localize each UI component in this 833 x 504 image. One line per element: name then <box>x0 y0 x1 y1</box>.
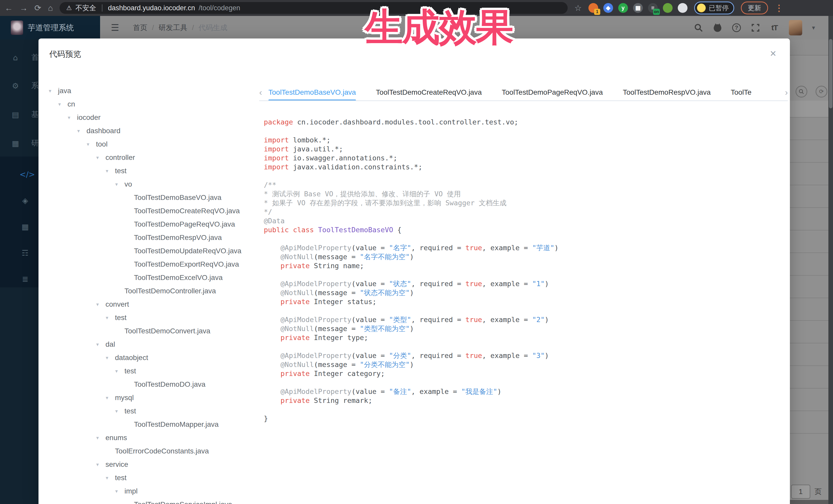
tree-file[interactable]: ToolTestDemoBaseVO.java <box>49 191 257 204</box>
tree-label: mysql <box>115 394 134 402</box>
tree-folder[interactable]: ▾test <box>49 404 257 418</box>
sidebar-subitem-5[interactable]: ≣数 <box>0 274 39 284</box>
caret-down-icon: ▾ <box>77 128 87 134</box>
tree-folder[interactable]: ▾convert <box>49 298 257 311</box>
tree-label: ToolTestDemoMapper.java <box>134 421 219 429</box>
app-logo-block[interactable]: 芋道管理系统 <box>0 16 100 40</box>
ext-list-icon[interactable]: ≡on <box>648 3 658 13</box>
tree-label: test <box>115 314 126 322</box>
tree-file[interactable]: ToolTestDemoUpdateReqVO.java <box>49 244 257 258</box>
tree-folder[interactable]: ▾test <box>49 471 257 484</box>
tree-folder[interactable]: ▾cn <box>49 97 257 111</box>
avatar-caret-icon[interactable]: ▾ <box>812 24 815 31</box>
file-tab-3[interactable]: ToolTestDemoPageReqVO.java <box>502 84 603 100</box>
tree-file[interactable]: ToolTestDemoController.java <box>49 284 257 298</box>
file-tab-5[interactable]: ToolTe <box>731 84 752 100</box>
code-line: @NotNull(message = "状态不能为空") <box>264 288 782 297</box>
tree-file[interactable]: ToolTestDemoPageReqVO.java <box>49 218 257 231</box>
sidebar-subitem-4[interactable]: ☶系 <box>0 248 39 258</box>
tabs-scroll-left-icon[interactable]: ‹ <box>259 87 268 97</box>
ext-puzzle-icon[interactable] <box>678 3 688 13</box>
sidebar-toggle-icon[interactable]: ☰ <box>111 22 119 33</box>
security-label[interactable]: 不安全 <box>75 3 96 13</box>
ext-orange-icon[interactable]: 1 <box>589 3 598 13</box>
tree-folder[interactable]: ▾mysql <box>49 391 257 404</box>
refresh-circle-button[interactable]: ⟳ <box>815 86 827 97</box>
scrollbar-thumb[interactable] <box>829 39 832 108</box>
file-tab-1[interactable]: ToolTestDemoBaseVO.java <box>268 84 356 100</box>
reload-icon[interactable]: ⟳ <box>34 4 41 12</box>
fullscreen-icon[interactable] <box>751 23 760 32</box>
tree-folder[interactable]: ▾vo <box>49 177 257 191</box>
tree-label: ToolTestDemoController.java <box>124 287 216 295</box>
table-row-line <box>790 185 833 185</box>
tree-folder[interactable]: ▾enums <box>49 431 257 445</box>
tree-folder[interactable]: ▾tool <box>49 138 257 151</box>
sidebar-subitem-2[interactable]: ◈代 <box>0 195 39 206</box>
home-icon[interactable]: ⌂ <box>48 4 53 12</box>
breadcrumb-home[interactable]: 首页 <box>133 23 147 32</box>
sidebar-subitem-3[interactable]: ▦表 <box>0 221 39 232</box>
tree-folder[interactable]: ▾impl <box>49 484 257 498</box>
ext-plant-icon[interactable] <box>663 3 673 13</box>
paused-extension-pill[interactable]: 已暂停 <box>694 2 734 15</box>
file-tab-2[interactable]: ToolTestDemoCreateReqVO.java <box>376 84 482 100</box>
forward-icon[interactable]: → <box>20 4 28 12</box>
tree-folder[interactable]: ▾dataobject <box>49 351 257 364</box>
sidebar-item-2[interactable]: ⚙系统 <box>0 80 39 91</box>
github-icon[interactable] <box>713 23 722 32</box>
sidebar-item-3[interactable]: ▤基础 <box>0 109 39 120</box>
tree-file[interactable]: ToolTestDemoExcelVO.java <box>49 271 257 284</box>
ext-blue-icon[interactable]: ◆ <box>603 3 613 13</box>
tree-folder[interactable]: ▾test <box>49 364 257 378</box>
tree-file[interactable]: ToolTestDemoExportReqVO.java <box>49 258 257 271</box>
extension-badge: on <box>653 9 660 15</box>
tree-file[interactable]: ToolTestDemoCreateReqVO.java <box>49 204 257 218</box>
code-viewer[interactable]: package cn.iocoder.dashboard.modules.too… <box>264 118 782 423</box>
browser-update-button[interactable]: 更新 <box>741 2 768 15</box>
tree-folder[interactable]: ▾iocoder <box>49 111 257 124</box>
page-scrollbar[interactable] <box>828 16 833 504</box>
font-size-icon[interactable]: tT <box>770 23 779 32</box>
bookmark-star-icon[interactable]: ☆ <box>574 3 582 13</box>
tree-file[interactable]: ToolTestDemoServiceImpl.java <box>49 498 257 504</box>
tree-folder[interactable]: ▾dashboard <box>49 124 257 138</box>
tree-file[interactable]: ToolTestDemoRespVO.java <box>49 231 257 244</box>
ext-green-y-icon[interactable]: y <box>618 3 628 13</box>
home-icon: ⌂ <box>10 53 21 62</box>
sidebar-item-1[interactable]: ⌂首页 <box>0 52 39 63</box>
tree-file[interactable]: ToolTestDemoMapper.java <box>49 418 257 431</box>
tree-folder[interactable]: ▾service <box>49 458 257 471</box>
help-icon[interactable]: ? <box>732 23 741 32</box>
back-icon[interactable]: ← <box>5 4 13 12</box>
page-number-input[interactable]: 1 <box>791 484 810 499</box>
tabs-scroll-right-icon[interactable]: › <box>779 87 788 97</box>
sidebar-item-label: 系统 <box>31 80 39 91</box>
tree-folder[interactable]: ▾controller <box>49 151 257 164</box>
browser-menu-icon[interactable]: ⋮ <box>775 3 783 13</box>
caret-down-icon: ▾ <box>49 88 58 94</box>
tree-folder[interactable]: ▾dal <box>49 338 257 351</box>
close-icon[interactable]: ✕ <box>770 49 777 58</box>
table-header-row <box>790 101 833 117</box>
tree-file[interactable]: ToolTestDemoDO.java <box>49 378 257 391</box>
breadcrumb-tools[interactable]: 研发工具 <box>159 23 187 32</box>
code-line: @ApiModelProperty(value = "类型", required… <box>264 315 782 324</box>
file-tab-4[interactable]: ToolTestDemoRespVO.java <box>623 84 711 100</box>
tree-file[interactable]: ToolErrorCodeConstants.java <box>49 445 257 458</box>
tree-label: test <box>124 367 136 375</box>
code-line: private Integer type; <box>264 333 782 342</box>
search-circle-button[interactable] <box>795 86 807 97</box>
tree-folder[interactable]: ▾test <box>49 311 257 325</box>
sidebar-item-4[interactable]: ▦研发 <box>0 138 39 148</box>
code-line: @ApiModelProperty(value = "名字", required… <box>264 243 782 252</box>
caret-down-icon: ▾ <box>96 461 105 467</box>
sidebar-subitem-1[interactable]: </>代 <box>0 169 39 179</box>
table-row-line <box>790 343 833 343</box>
tree-folder[interactable]: ▾test <box>49 164 257 177</box>
ext-grid-icon[interactable]: ▦ <box>633 3 643 13</box>
tree-folder[interactable]: ▾java <box>49 84 257 97</box>
tree-file[interactable]: ToolTestDemoConvert.java <box>49 325 257 338</box>
search-icon[interactable] <box>694 23 703 32</box>
user-avatar[interactable] <box>789 20 802 35</box>
